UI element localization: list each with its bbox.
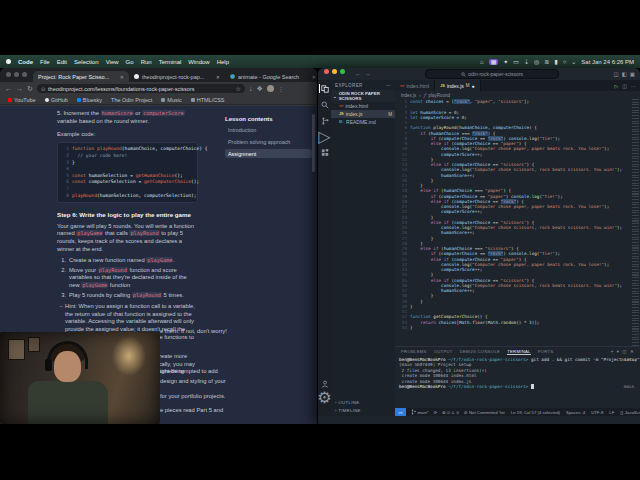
menu-item-view[interactable]: View: [106, 59, 119, 65]
panel-item-assignment[interactable]: Assignment: [225, 149, 312, 158]
address-bar[interactable]: ⊙ theodinproject.com/lessons/foundations…: [37, 84, 245, 93]
file-item-index-js[interactable]: JS index.js M: [331, 110, 395, 118]
run-file-icon[interactable]: ▷: [614, 83, 618, 89]
tab-ports[interactable]: PORTS: [538, 349, 554, 354]
extensions-icon[interactable]: ❖: [256, 85, 262, 92]
breadcrumb[interactable]: index.js › ƒ playRound: [395, 91, 640, 99]
apple-icon[interactable]: [6, 59, 11, 64]
tab-output[interactable]: OUTPUT: [434, 349, 453, 354]
browser-menu-icon[interactable]: ⋮: [278, 85, 284, 92]
minimize-window-icon[interactable]: [14, 72, 19, 77]
bookmark-bluesky[interactable]: Bluesky: [77, 97, 102, 103]
close-tab-icon[interactable]: ✕: [312, 74, 316, 80]
menu-item-edit[interactable]: Edit: [57, 59, 67, 65]
zoom-window-icon[interactable]: [22, 72, 27, 77]
history-forward-icon[interactable]: →: [365, 71, 371, 77]
browser-tab[interactable]: animate - Google Search ✕: [225, 71, 317, 82]
downloads-icon[interactable]: ↓: [249, 85, 253, 92]
editor-tab-index-js[interactable]: JS index.js M ●: [435, 80, 480, 91]
new-terminal-icon[interactable]: +: [611, 349, 614, 354]
reload-button[interactable]: ↻: [27, 85, 33, 92]
close-tab-icon[interactable]: ✕: [120, 74, 124, 80]
eol-setting[interactable]: LF: [609, 410, 614, 415]
source-control-icon[interactable]: [320, 116, 329, 125]
timeline-section[interactable]: › TIMELINE: [331, 406, 395, 414]
history-back-icon[interactable]: ←: [355, 71, 361, 77]
bookmark-folder-htmlcss[interactable]: HTML/CSS: [191, 97, 225, 103]
close-window-icon[interactable]: [324, 69, 329, 74]
forward-button[interactable]: →: [16, 85, 23, 92]
bookmark-odin-project[interactable]: The Odin Project: [111, 97, 152, 103]
tab-terminal[interactable]: TERMINAL: [507, 349, 531, 355]
project-folder-row[interactable]: ⌄ ODIN ROCK PAPER SCISSORS: [331, 90, 395, 102]
customize-layout-icon[interactable]: ▣: [630, 71, 635, 77]
run-debug-icon[interactable]: ▷: [320, 132, 329, 141]
explorer-more-icon[interactable]: ⋯: [386, 83, 391, 88]
problems-status[interactable]: ⊗0⚠0: [442, 410, 459, 415]
accounts-icon[interactable]: [320, 379, 329, 388]
profile-avatar[interactable]: [267, 85, 274, 92]
menu-item-selection[interactable]: Selection: [74, 59, 99, 65]
spotlight-search-icon[interactable]: ○: [563, 59, 567, 65]
bookmark-star-icon[interactable]: ☆: [235, 85, 240, 92]
outline-section[interactable]: › OUTLINE: [331, 398, 395, 406]
battery-icon[interactable]: ▮: [554, 59, 557, 65]
menu-item-code[interactable]: Code: [18, 59, 33, 65]
sync-icon[interactable]: ⟳: [434, 410, 438, 415]
search-icon[interactable]: [320, 100, 329, 109]
page-scrollbar[interactable]: [312, 114, 315, 172]
split-editor-icon[interactable]: ◫: [622, 83, 627, 89]
minimize-window-icon[interactable]: [332, 69, 337, 74]
browser-tab[interactable]: theodinproject-rock-pap... ✕: [129, 71, 225, 82]
tab-problems[interactable]: PROBLEMS: [401, 349, 427, 354]
bookmark-youtube[interactable]: YouTube: [8, 97, 36, 103]
terminal-dropdown-icon[interactable]: ▾: [617, 349, 620, 354]
menu-bar-clock[interactable]: Sat Jan 24 6:26 PM: [581, 59, 634, 65]
menu-item-terminal[interactable]: Terminal: [159, 59, 182, 65]
file-item-index-html[interactable]: <> index.html: [331, 102, 395, 110]
toggle-sidebar-icon[interactable]: ◧: [622, 71, 627, 77]
menu-item-go[interactable]: Go: [126, 59, 134, 65]
editor-tab-index-html[interactable]: <> index.html: [395, 80, 435, 91]
panel-item-problem-solving[interactable]: Problem solving approach: [225, 137, 312, 146]
code-editor[interactable]: 1 const choices = ["rock", "paper", "sci…: [395, 99, 630, 346]
command-center-search[interactable]: odin-rock-paper-scissors: [425, 69, 559, 79]
browser-window-controls[interactable]: [6, 72, 27, 77]
language-mode[interactable]: {}JavaScript: [620, 410, 640, 415]
extensions-icon[interactable]: [320, 148, 329, 157]
minimap[interactable]: [632, 99, 639, 346]
panel-item-introduction[interactable]: Introduction: [225, 125, 312, 134]
git-branch-status[interactable]: main*: [411, 409, 429, 415]
breadcrumb-file[interactable]: index.js: [401, 93, 416, 98]
menu-item-file[interactable]: File: [40, 59, 50, 65]
menu-item-help[interactable]: Help: [217, 59, 229, 65]
settings-gear-icon[interactable]: ⚙: [320, 393, 329, 402]
remote-indicator[interactable]: ><: [395, 408, 406, 416]
browser-tab[interactable]: Project: Rock Paper Scisso... ✕: [33, 71, 129, 82]
bluetooth-icon[interactable]: ◎: [534, 59, 539, 65]
commit-status[interactable]: ⊘Not Committed Yet: [464, 410, 505, 415]
wifi-icon[interactable]: ≋: [544, 59, 549, 65]
tab-debug-console[interactable]: DEBUG CONSOLE: [460, 349, 500, 354]
zoom-window-icon[interactable]: [340, 69, 345, 74]
bookmark-github[interactable]: GitHub: [45, 97, 68, 103]
home-icon[interactable]: ⌂: [480, 59, 484, 65]
file-item-readme[interactable]: M↓ README.md: [331, 118, 395, 126]
menu-item-run[interactable]: Run: [141, 59, 152, 65]
control-center-icon[interactable]: ⌄: [571, 59, 576, 65]
active-app-icon[interactable]: ▦: [489, 59, 499, 65]
terminal-output[interactable]: ben@BensMacBookPro ~/T/f/odin-rock-paper…: [395, 356, 640, 391]
back-button[interactable]: ←: [5, 85, 12, 92]
split-terminal-icon[interactable]: ◫: [622, 349, 627, 354]
display-icon[interactable]: ▭: [513, 59, 519, 65]
indentation-setting[interactable]: Spaces: 4: [566, 410, 585, 415]
vscode-window-controls[interactable]: [324, 69, 345, 74]
encoding-setting[interactable]: UTF-8: [591, 410, 603, 415]
breadcrumb-symbol[interactable]: playRound: [428, 93, 450, 98]
explorer-icon[interactable]: [319, 84, 329, 93]
cursor-position[interactable]: Ln 59, Col 57 (4 selected): [511, 410, 560, 415]
menu-item-window[interactable]: Window: [188, 59, 209, 65]
toggle-panel-icon[interactable]: ◫: [613, 71, 618, 77]
editor-more-icon[interactable]: ⋯: [631, 83, 636, 89]
site-info-icon[interactable]: ⊙: [41, 86, 45, 92]
